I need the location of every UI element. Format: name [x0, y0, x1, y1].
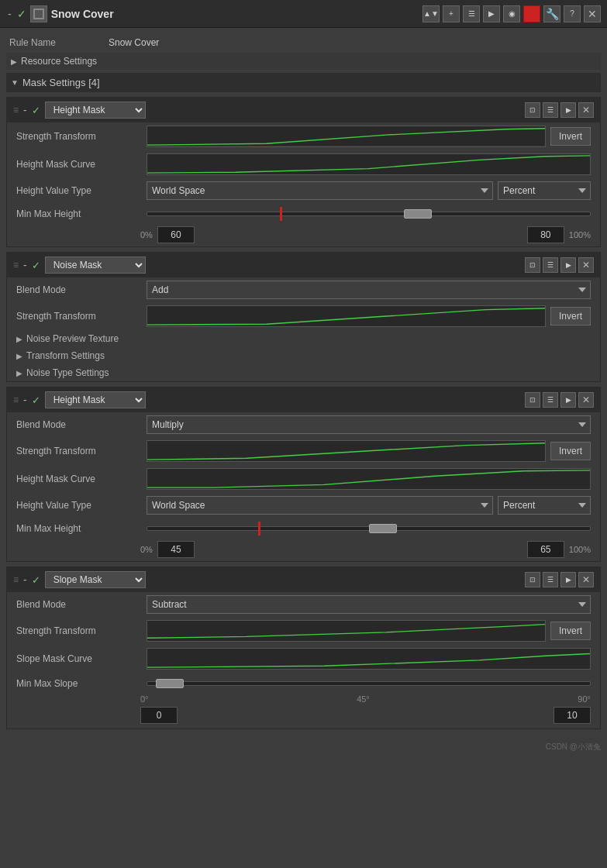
mask3-valuetype-label: Height Value Type: [16, 500, 140, 511]
mask2-btn2[interactable]: ☰: [543, 257, 558, 273]
mask-type-select-1[interactable]: Height Mask Noise Mask Slope Mask: [45, 102, 146, 119]
minimize-button[interactable]: -: [6, 8, 13, 20]
mask2-btn1[interactable]: ⊡: [525, 257, 540, 273]
mask2-transform-row[interactable]: ▶ Transform Settings: [7, 347, 600, 364]
collapse-btn-3[interactable]: -: [23, 394, 27, 406]
color-button[interactable]: [523, 5, 540, 22]
mask-card-4: ≡ - ✓ Height Mask Noise Mask Slope Mask …: [6, 567, 601, 729]
mask4-val2-input[interactable]: [554, 707, 591, 724]
mask4-close[interactable]: ✕: [578, 572, 594, 587]
mask1-slider-red[interactable]: [280, 207, 282, 221]
drag-handle-1[interactable]: ≡: [13, 105, 19, 115]
mask3-strength-curve[interactable]: [147, 440, 546, 462]
mask3-val2-input[interactable]: [527, 541, 564, 558]
mask-type-select-3[interactable]: Height Mask Noise Mask Slope Mask: [45, 391, 146, 408]
mask2-blendmode-select[interactable]: Add Multiply Subtract: [147, 281, 591, 299]
close-button[interactable]: ✕: [584, 5, 601, 22]
pin-button[interactable]: 🔧: [543, 5, 560, 22]
mask4-btn3[interactable]: ▶: [560, 572, 576, 587]
mask1-strength-row: Strength Transform Invert: [7, 122, 600, 150]
mask2-btn3[interactable]: ▶: [560, 257, 576, 273]
mask3-strength-row: Strength Transform Invert: [7, 437, 600, 465]
mask2-close[interactable]: ✕: [578, 257, 594, 273]
collapse-btn-4[interactable]: -: [23, 574, 27, 586]
mask3-btn2[interactable]: ☰: [543, 392, 558, 408]
mask2-noisetype-label: Noise Type Settings: [26, 367, 109, 378]
enable-check-3[interactable]: ✓: [32, 394, 40, 406]
mask1-min-label: 0%: [140, 230, 153, 239]
svg-rect-1: [35, 10, 43, 18]
drag-handle-3[interactable]: ≡: [13, 394, 19, 405]
mask1-curve-content: [147, 153, 591, 175]
eye-button[interactable]: ◉: [503, 5, 520, 22]
mask3-slider-track[interactable]: [147, 521, 591, 536]
mask3-slider-gray[interactable]: [369, 524, 397, 533]
collapse-btn-1[interactable]: -: [23, 104, 27, 116]
mask1-curve-canvas[interactable]: [147, 153, 591, 175]
mask1-percent-select[interactable]: Percent Absolute: [498, 181, 591, 200]
collapse-btn-2[interactable]: -: [23, 259, 27, 271]
mask1-minmax-row: Min Max Height: [7, 203, 600, 225]
mask-settings-header[interactable]: ▼ Mask Settings [4]: [6, 73, 601, 92]
mask1-val1-input[interactable]: [157, 226, 195, 243]
mask3-close[interactable]: ✕: [578, 392, 594, 408]
mask2-strength-curve[interactable]: [147, 305, 546, 327]
mask4-slider-gray[interactable]: [156, 679, 184, 688]
mask4-minmax-row: Min Max Slope: [7, 673, 600, 694]
mask4-strength-curve[interactable]: [147, 620, 546, 642]
mask1-btn2[interactable]: ☰: [543, 102, 558, 118]
mask3-btn3[interactable]: ▶: [560, 392, 576, 408]
mask1-btn1[interactable]: ⊡: [525, 102, 540, 118]
mask3-curve-row: Height Mask Curve: [7, 465, 600, 493]
mask3-slider-red[interactable]: [258, 522, 260, 536]
drag-handle-4[interactable]: ≡: [13, 574, 19, 585]
enable-check-2[interactable]: ✓: [32, 260, 40, 271]
mask3-valuetype-row: Height Value Type World Space Local Spac…: [7, 493, 600, 518]
mask4-slider-track[interactable]: [147, 676, 591, 691]
mask2-noisetype-row[interactable]: ▶ Noise Type Settings: [7, 364, 600, 381]
mask4-btn1[interactable]: ⊡: [525, 572, 540, 587]
title-text: Snow Cover: [51, 8, 114, 20]
resource-settings-header[interactable]: ▶ Resource Settings: [6, 53, 601, 70]
move-up-down-button[interactable]: ▲▼: [422, 5, 440, 22]
mask1-slider-track[interactable]: [147, 206, 591, 222]
enable-check-1[interactable]: ✓: [32, 105, 40, 116]
resource-settings-label: Resource Settings: [21, 56, 97, 67]
drag-handle-2[interactable]: ≡: [13, 260, 19, 270]
mask3-valuetype-select[interactable]: World Space Local Space: [147, 496, 493, 515]
mask2-noise-preview-row[interactable]: ▶ Noise Preview Texture: [7, 330, 600, 347]
mask1-val2-input[interactable]: [527, 226, 564, 243]
help-button[interactable]: ?: [564, 5, 581, 22]
mask1-strength-content: Invert: [147, 126, 591, 147]
list-button[interactable]: ☰: [463, 5, 480, 22]
mask4-blendmode-select[interactable]: Add Multiply Subtract: [147, 595, 591, 614]
mask3-val1-input[interactable]: [157, 541, 195, 558]
mask3-invert-btn[interactable]: Invert: [550, 442, 591, 460]
mask4-val1-input[interactable]: [140, 707, 178, 724]
play-button[interactable]: ▶: [483, 5, 500, 22]
enable-check-4[interactable]: ✓: [32, 574, 40, 586]
add-button[interactable]: +: [443, 5, 460, 22]
mask1-btn3[interactable]: ▶: [560, 102, 576, 118]
mask4-blendmode-row: Blend Mode Add Multiply Subtract: [7, 592, 600, 617]
mask1-slider-gray[interactable]: [404, 209, 432, 219]
mask3-percent-select[interactable]: Percent Absolute: [498, 496, 591, 515]
mask4-deg-labels: 0° 45° 90°: [7, 694, 600, 705]
mask3-blendmode-select[interactable]: Add Multiply Subtract: [147, 415, 591, 434]
mask1-curve-label: Height Mask Curve: [16, 159, 140, 170]
mask3-btn1[interactable]: ⊡: [525, 392, 540, 408]
mask-type-select-4[interactable]: Height Mask Noise Mask Slope Mask: [45, 571, 146, 588]
mask1-valuetype-select[interactable]: World Space Local Space: [147, 181, 493, 200]
mask-type-select-2[interactable]: Height Mask Noise Mask Slope Mask: [45, 257, 146, 274]
mask3-curve-canvas[interactable]: [147, 468, 591, 490]
mask1-strength-curve[interactable]: [147, 126, 546, 147]
mask4-curve-canvas[interactable]: [147, 648, 591, 670]
mask-card-4-actions: ⊡ ☰ ▶ ✕: [525, 572, 594, 587]
mask4-curve-label: Slope Mask Curve: [16, 653, 140, 664]
mask1-invert-btn[interactable]: Invert: [550, 127, 591, 146]
mask4-invert-btn[interactable]: Invert: [550, 622, 591, 640]
mask4-btn2[interactable]: ☰: [543, 572, 558, 587]
mask1-close[interactable]: ✕: [578, 102, 594, 118]
enable-checkmark[interactable]: ✓: [17, 8, 26, 20]
mask2-invert-btn[interactable]: Invert: [550, 307, 591, 326]
